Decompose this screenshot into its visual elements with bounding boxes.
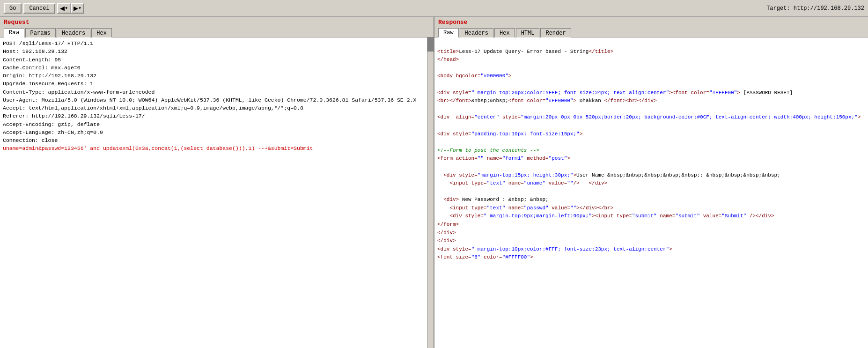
request-title: Request <box>0 17 434 27</box>
request-content-area[interactable]: POST /sqli/Less-17/ HTTP/1.1 Host: 192.1… <box>0 37 434 348</box>
response-body-open: <body bgcolor= <box>437 73 480 79</box>
request-tab-bar: Raw Params Headers Hex <box>0 27 434 37</box>
request-normal-text: POST /sqli/Less-17/ HTTP/1.1 Host: 192.1… <box>3 40 416 143</box>
toolbar: Go Cancel ◀ ▼ ▶ ▼ Target: http://192.168… <box>0 0 868 17</box>
response-title-text: Less-17 Update Query- Error based - Stri… <box>459 49 588 54</box>
response-head-close: </head> <box>437 57 459 62</box>
request-tab-hex[interactable]: Hex <box>91 28 112 37</box>
response-tab-html[interactable]: HTML <box>516 28 540 37</box>
back-icon: ◀ <box>60 5 65 12</box>
main-layout: Request Raw Params Headers Hex POST /sql… <box>0 17 868 348</box>
back-dropdown-icon: ▼ <box>65 6 68 10</box>
request-tab-params[interactable]: Params <box>25 28 56 37</box>
request-tab-raw[interactable]: Raw <box>4 28 24 37</box>
response-tab-headers[interactable]: Headers <box>460 28 493 37</box>
response-tab-render[interactable]: Render <box>540 28 571 37</box>
response-close-title: </title> <box>588 49 613 54</box>
response-content-area[interactable]: <title>Less-17 Update Query- Error based… <box>434 37 868 348</box>
response-body-bgcolor: "#000000" <box>480 73 508 79</box>
go-button[interactable]: Go <box>4 3 22 14</box>
target-label: Target: http://192.168.29.132 <box>766 5 864 12</box>
response-tab-bar: Raw Headers Hex HTML Render <box>434 27 868 37</box>
response-title: Response <box>434 17 868 27</box>
request-scrollbar[interactable] <box>427 37 434 348</box>
forward-dropdown-icon: ▼ <box>78 6 82 10</box>
nav-button-group: ◀ ▼ ▶ ▼ <box>57 3 85 14</box>
back-button[interactable]: ◀ ▼ <box>57 3 71 14</box>
forward-button[interactable]: ▶ ▼ <box>71 3 85 14</box>
response-panel: Response Raw Headers Hex HTML Render <ti… <box>434 17 868 348</box>
request-panel: Request Raw Params Headers Hex POST /sql… <box>0 17 434 348</box>
response-tab-raw[interactable]: Raw <box>438 28 459 37</box>
request-payload-highlight: uname=admin&passwd=123456' and updatexml… <box>3 145 313 151</box>
request-tab-headers[interactable]: Headers <box>57 28 90 37</box>
request-scroll-thumb[interactable] <box>427 37 434 52</box>
cancel-button[interactable]: Cancel <box>23 3 55 14</box>
response-tab-hex[interactable]: Hex <box>494 28 515 37</box>
response-line-1: <title> <box>437 49 459 54</box>
request-body: POST /sqli/Less-17/ HTTP/1.1 Host: 192.1… <box>3 39 425 153</box>
forward-icon: ▶ <box>74 5 78 12</box>
